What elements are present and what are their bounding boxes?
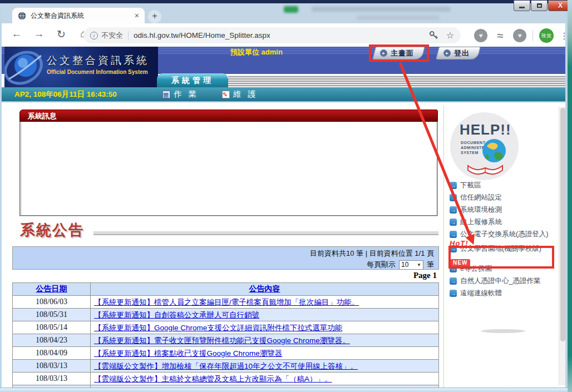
web-page: 預設單位 admin 公文整合資訊系統 Official Document In… (0, 47, 568, 392)
system-message-body (19, 122, 438, 216)
favicon-globe-icon (18, 12, 26, 20)
address-bar[interactable]: i 不安全 odis.hl.gov.tw/HOME/Home_Splitter.… (83, 27, 461, 43)
announcement-date: 108/05/14 (13, 321, 91, 334)
per-page-unit: 筆 (427, 260, 434, 270)
close-icon: X (558, 2, 563, 9)
chevron-down-icon: ▼ (417, 262, 421, 267)
menu-item-maintenance[interactable]: ✎ 維 護 (222, 89, 258, 100)
sidebar-link[interactable]: → 信任網站設定 (450, 193, 557, 201)
announcement-link[interactable]: 【系統更新通知】電子收文匣預覽附件檔功能已支援Google Chrome瀏覽器。 (94, 336, 350, 345)
extension-icon-3[interactable]: ♥ (513, 29, 526, 42)
button-arrow-icon: ▸ (443, 49, 451, 57)
tab-title: 公文整合資訊系統 (31, 11, 130, 21)
extension-icon-1[interactable]: ♥ (474, 29, 487, 42)
forward-icon[interactable]: → (32, 28, 46, 41)
announcement-date: 108/05/31 (13, 309, 91, 321)
table-header-row: 公告日期 公告內容 (13, 283, 439, 296)
table-row: 108/03/13 【雲端版公文製作】增加檢核「保存年限超過10年之公文不可使用… (13, 360, 439, 373)
sidebar-link[interactable]: → 下載區 (450, 181, 557, 189)
announcement-link[interactable]: 【雲端版公文製作】主稿於文稿總管及文稿上方改顯示為「（稿A）」。 (94, 375, 332, 383)
column-header-date[interactable]: 公告日期 (36, 284, 67, 293)
system-message-panel: 系統訊息 (19, 110, 438, 216)
menu-item-operations[interactable]: ▦ 作 業 (162, 89, 199, 100)
home-screen-button[interactable]: ▸ 主畫面 (372, 47, 425, 59)
sidebar: HELP!! DOCUMENT ADMINISTRATION SYSTEM (443, 106, 558, 392)
header-underline (0, 101, 568, 102)
sidebar-link[interactable]: → 自然人憑證中心_憑證作業 (450, 277, 557, 285)
sidebar-link[interactable]: → 線上報修系統 (450, 218, 557, 226)
announcement-link[interactable]: 【系統更新通知】自創簽稿公文承辦人可自行銷號 (94, 311, 259, 319)
close-button[interactable]: X (548, 1, 568, 11)
sidebar-divider (481, 329, 525, 333)
browser-tab[interactable]: 公文整合資訊系統 × (12, 8, 145, 23)
sidebar-link[interactable]: → 遠端連線軟體 (450, 289, 557, 297)
server-datetime-status: AP2, 108年06月11日 16:43:50 (14, 90, 117, 100)
announcement-table: 公告日期 公告內容 108/06/03 【系統更新通知】檔管人員之立案編目匣/電… (12, 282, 439, 392)
tab-strip: 公文整合資訊系統 × + (0, 3, 568, 23)
browser-toolbar: ← → ↻ ⌂ i 不安全 odis.hl.gov.tw/HOME/Home_S… (0, 23, 568, 47)
table-row: 108/03/13 【雲端版公文製作】主稿於文稿總管及文稿上方改顯示為「（稿A）… (13, 373, 439, 385)
bookmark-star-icon[interactable]: ☆ (446, 30, 454, 41)
key-icon[interactable] (429, 31, 438, 40)
announcement-date: 108/03/13 (13, 373, 91, 385)
hot-label: HoT! (450, 239, 469, 247)
reload-icon[interactable]: ↻ (55, 28, 68, 41)
sidebar-link[interactable]: → 公文電子交換系統(憑證登入) (450, 230, 557, 238)
globe-icon (481, 138, 507, 163)
back-icon[interactable]: ← (10, 28, 23, 41)
maximize-button[interactable] (531, 1, 548, 11)
operations-icon: ▦ (162, 91, 170, 98)
system-message-title: 系統訊息 (19, 110, 438, 122)
help-logo-title: HELP!! (460, 121, 511, 138)
announcement-link[interactable]: 【雲端版公文製作】增加檢核「保存年限超過10年之公文不可使用線上簽核」。 (94, 362, 358, 370)
table-row: 108/06/03 【系統更新通知】檔管人員之立案編目匣/電子檔案頁籤增加「批次… (13, 296, 439, 309)
window-left-border (0, 3, 2, 392)
page-number: Page 1 (12, 271, 439, 280)
announcement-link[interactable]: 【系統更新通知】檔管人員之立案編目匣/電子檔案頁籤增加「批次編目」功能。 (94, 298, 359, 306)
per-page-label: 每頁顯示 (367, 260, 396, 270)
column-header-content[interactable]: 公告內容 (249, 284, 280, 293)
per-page-select[interactable]: 10 ▼ (399, 260, 423, 270)
announcement-date: 108/04/23 (13, 334, 91, 347)
window-bottom-border (0, 388, 568, 392)
logo-subtitle: Official Document Information System (47, 69, 148, 75)
arrow-right-icon: → (450, 277, 457, 285)
background-blur (312, 7, 451, 12)
table-row: 108/04/09 【系統更新通知】檔案點收已支援Google Chrome瀏覽… (13, 347, 439, 360)
sidebar-link[interactable]: → 系統環境檢測 (450, 206, 557, 214)
arrow-right-icon: → (450, 206, 457, 214)
toolbar-separator (532, 30, 533, 41)
announcement-date: 108/03/13 (13, 360, 91, 373)
profile-avatar[interactable]: 玫兌 (539, 28, 554, 43)
menu-bar: AP2, 108年06月11日 16:43:50 ▦ 作 業 ✎ 維 護 (0, 87, 568, 101)
tab-close-icon[interactable]: × (135, 12, 139, 19)
url-text[interactable]: odis.hl.gov.tw/HOME/Home_Splitter.aspx (134, 31, 270, 39)
new-tab-button[interactable]: + (148, 10, 161, 23)
pagination-summary: 目前資料共10 筆 | 目前資料位置 1/1 頁 (17, 249, 434, 259)
extension-icon-2[interactable]: ≈ (494, 29, 507, 42)
table-row: 108/04/23 【系統更新通知】電子收文匣預覽附件檔功能已支援Google … (13, 334, 439, 347)
tab-system-management[interactable]: 系統管理 (157, 73, 228, 87)
logout-button[interactable]: ▸ 登出 (436, 47, 481, 59)
announcement-link[interactable]: 【系統更新通知】Google Chrome支援公文詳細資訊附件檔下拉式選單功能 (94, 324, 342, 332)
background-app-blur (284, 6, 298, 13)
announcement-date: 108/04/09 (13, 347, 91, 360)
announcement-link[interactable]: 【系統更新通知】檔案點收已支援Google Chrome瀏覽器 (94, 349, 282, 358)
minimize-button[interactable] (514, 1, 530, 11)
logo-title: 公文整合資訊系統 (47, 53, 149, 68)
site-logo: 公文整合資訊系統 Official Document Information S… (4, 47, 158, 88)
security-label: 不安全 (101, 31, 123, 41)
header-gray-band (228, 75, 568, 87)
background-blur (356, 16, 440, 20)
maintenance-icon: ✎ (222, 91, 230, 98)
scrollbar-thumb[interactable] (560, 108, 565, 341)
title-divider-line (93, 231, 438, 235)
arrow-right-icon: → (450, 231, 457, 238)
open-book-icon (467, 161, 504, 177)
arrow-right-icon: → (450, 182, 457, 189)
announcement-title: 系統公告 (20, 222, 85, 239)
default-unit-label: 預設單位 admin (230, 47, 283, 57)
info-icon[interactable]: i (90, 32, 98, 39)
table-row: 108/05/14 【系統更新通知】Google Chrome支援公文詳細資訊附… (13, 321, 439, 334)
arrow-right-icon: → (450, 290, 457, 297)
